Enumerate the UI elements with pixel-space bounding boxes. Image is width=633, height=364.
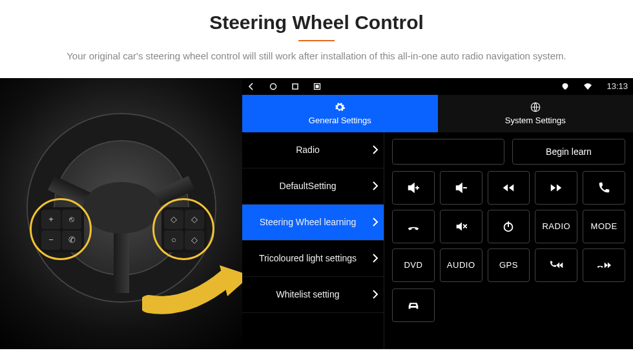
- prev-track-button[interactable]: [488, 171, 530, 205]
- tab-general-settings[interactable]: General Settings: [242, 95, 438, 132]
- action-grid: RADIO MODE DVD AUDIO GPS: [392, 171, 625, 282]
- phone-icon: [597, 181, 611, 195]
- call-hangup-button[interactable]: [392, 210, 435, 243]
- title-rule: [298, 40, 335, 41]
- radio-button[interactable]: RADIO: [535, 210, 577, 243]
- phone-next-icon: [597, 258, 611, 272]
- car-button[interactable]: [392, 288, 435, 322]
- wheel-button-cluster-right: ◇ ◇ ○ ◇: [161, 207, 207, 252]
- svg-point-1: [271, 83, 276, 89]
- wheel-button-cluster-left: + ⎋ − ✆: [39, 207, 84, 252]
- chevron-right-icon: [372, 290, 379, 299]
- wheel-key-up: ◇: [164, 210, 183, 229]
- menu-label: Tricoloured light settings: [259, 253, 357, 264]
- menu-item-steering-wheel-learning[interactable]: Steering Wheel learning: [242, 205, 384, 241]
- phone-prev-icon: [549, 258, 563, 272]
- menu-label: DefaultSetting: [280, 181, 337, 192]
- dvd-button[interactable]: DVD: [392, 248, 435, 282]
- gps-button[interactable]: GPS: [488, 248, 530, 282]
- chevron-right-icon: [372, 217, 379, 227]
- chevron-right-icon: [372, 254, 379, 263]
- steering-wheel-image: + ⎋ − ✆ ◇ ◇ ○ ◇: [0, 78, 242, 349]
- mute-button[interactable]: [440, 210, 483, 243]
- menu-item-whitelist[interactable]: Whitelist setting: [242, 277, 384, 313]
- tab-label: System Settings: [505, 116, 566, 125]
- volume-down-button[interactable]: [440, 171, 483, 205]
- wheel-key-minus: −: [41, 230, 61, 250]
- learning-top-row: Begin learn: [392, 139, 625, 165]
- page-subtitle: Your original car's steering wheel contr…: [39, 49, 594, 64]
- key-readout-field: [392, 139, 504, 165]
- wheel-key-plus: +: [41, 210, 61, 229]
- globe-icon: [530, 101, 541, 113]
- android-statusbar: 13:13: [242, 78, 633, 95]
- menu-item-radio[interactable]: Radio: [242, 132, 384, 168]
- wifi-icon: [583, 83, 592, 90]
- settings-menu: Radio DefaultSetting Steering Wheel lear…: [242, 132, 384, 349]
- svg-rect-2: [293, 84, 298, 89]
- next-track-button[interactable]: [535, 171, 577, 205]
- chevron-right-icon: [372, 145, 379, 154]
- settings-tabs: General Settings System Settings: [242, 95, 633, 132]
- volume-up-icon: [406, 181, 420, 195]
- prev-icon: [501, 181, 515, 195]
- nav-back-icon[interactable]: [247, 83, 255, 90]
- power-icon: [501, 219, 515, 234]
- nav-home-icon[interactable]: [269, 83, 277, 90]
- mute-icon: [454, 219, 468, 234]
- settings-body: Radio DefaultSetting Steering Wheel lear…: [242, 132, 633, 349]
- volume-up-button[interactable]: [392, 171, 435, 205]
- wheel-key-down: ◇: [185, 230, 204, 250]
- learning-panel: Begin learn: [384, 132, 633, 349]
- menu-item-tricoloured-light[interactable]: Tricoloured light settings: [242, 241, 384, 277]
- wheel-key-voice: ⎋: [62, 210, 81, 229]
- wheel-key-left: ○: [164, 230, 183, 250]
- begin-learn-button[interactable]: Begin learn: [512, 139, 625, 165]
- page-title: Steering Wheel Control: [26, 12, 607, 34]
- clock-text: 13:13: [607, 81, 628, 91]
- call-answer-button[interactable]: [583, 171, 625, 205]
- gps-icon: [561, 83, 569, 90]
- wheel-key-right: ◇: [185, 210, 204, 229]
- menu-item-default-setting[interactable]: DefaultSetting: [242, 168, 384, 205]
- volume-down-icon: [454, 181, 468, 195]
- chevron-right-icon: [372, 181, 379, 190]
- menu-label: Steering Wheel learning: [260, 217, 356, 228]
- action-grid-row4: [392, 288, 625, 322]
- menu-label: Whitelist setting: [276, 289, 339, 300]
- phone-prev-button[interactable]: [535, 248, 577, 282]
- tab-label: General Settings: [309, 116, 371, 125]
- screenshot-icon[interactable]: [313, 83, 321, 90]
- tab-system-settings[interactable]: System Settings: [438, 95, 634, 132]
- page-header: Steering Wheel Control Your original car…: [0, 0, 633, 70]
- headunit-screen: 13:13 General Settings System Settings R…: [242, 78, 633, 349]
- car-icon: [406, 298, 420, 312]
- phone-next-button[interactable]: [583, 248, 625, 282]
- wheel-hub: [83, 182, 160, 234]
- hangup-icon: [406, 219, 420, 234]
- content-stage: + ⎋ − ✆ ◇ ◇ ○ ◇: [0, 78, 633, 349]
- wheel-key-phone: ✆: [62, 230, 81, 250]
- nav-recent-icon[interactable]: [291, 83, 299, 90]
- menu-label: Radio: [296, 145, 320, 156]
- gear-icon: [334, 101, 346, 113]
- power-button[interactable]: [488, 210, 530, 243]
- audio-button[interactable]: AUDIO: [440, 248, 483, 282]
- svg-rect-4: [316, 85, 319, 88]
- mode-button[interactable]: MODE: [583, 210, 625, 243]
- next-icon: [549, 181, 563, 195]
